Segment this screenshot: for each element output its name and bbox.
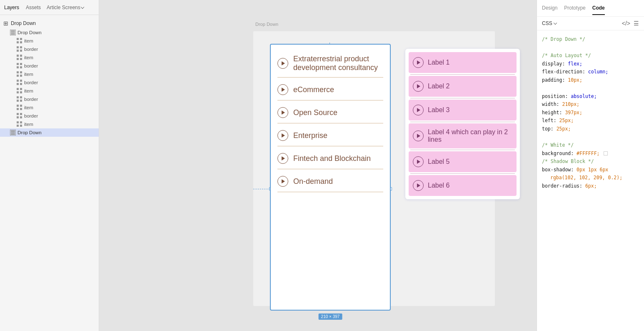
- label-item-5[interactable]: Label 6: [409, 175, 517, 196]
- play-icon-label-0: [413, 57, 424, 68]
- dropdown-item-2[interactable]: Open Source: [277, 100, 383, 123]
- label-text-5: Label 6: [428, 182, 450, 189]
- tree-sub-item[interactable]: item: [0, 70, 99, 78]
- tree-sub-item[interactable]: border: [0, 78, 99, 87]
- label-item-4[interactable]: Label 5: [409, 151, 517, 172]
- size-label: 210 × 397: [319, 313, 342, 320]
- dropdown-item-4[interactable]: Fintech and Blockchain: [277, 146, 383, 169]
- grid-icon: [17, 71, 22, 77]
- tree-item-dropdown-frame[interactable]: Drop Down: [0, 28, 99, 37]
- code-line-position: position: absolute;: [542, 93, 639, 101]
- label-item-0[interactable]: Label 1: [409, 52, 517, 73]
- play-icon-1: [277, 84, 288, 95]
- tab-layers[interactable]: Layers: [3, 3, 20, 12]
- tab-article-screens[interactable]: Article Screens: [47, 5, 84, 10]
- left-panel: Layers Assets Article Screens ⊞ Drop Dow…: [0, 0, 99, 331]
- label-text-3: Label 4 which can play in 2 lines: [428, 128, 512, 143]
- dropdown-item-3[interactable]: Enterprise: [277, 123, 383, 146]
- grid-icon: [17, 63, 22, 69]
- tree-sub-item[interactable]: border: [0, 62, 99, 70]
- play-icon-3: [277, 130, 288, 141]
- play-icon-label-5: [413, 180, 424, 191]
- dropdown-item-0[interactable]: Extraterrestrial product development con…: [277, 51, 383, 78]
- play-icon-label-4: [413, 156, 424, 167]
- code-comment-2: /* Auto Layout */: [542, 52, 639, 60]
- grid-icon: [17, 80, 22, 85]
- dropdown-item-label-4: Fintech and Blockchain: [293, 154, 371, 163]
- canvas-bg[interactable]: Extraterrestrial product development con…: [253, 31, 495, 306]
- tree-sub-item[interactable]: border: [0, 45, 99, 53]
- label-text-1: Label 2: [428, 83, 450, 90]
- labels-panel-component[interactable]: Label 1 Label 2 Label 3 La: [405, 49, 520, 199]
- menu-icon[interactable]: ☰: [634, 20, 639, 27]
- tree-sub-item[interactable]: border: [0, 112, 99, 120]
- css-dropdown[interactable]: CSS: [542, 20, 557, 26]
- code-line-shadow: box-shadow: 0px 1px 6px: [542, 166, 639, 174]
- label-divider: [410, 74, 515, 75]
- label-item-2[interactable]: Label 3: [409, 100, 517, 120]
- grid-icon: [17, 38, 22, 44]
- code-comment-white: /* White */: [542, 141, 639, 150]
- dropdown-item-label-3: Enterprise: [293, 131, 327, 140]
- code-line-shadow2: rgba(102, 102, 209, 0.2);: [542, 174, 639, 182]
- layer-tree: ⊞ Drop Down Drop Down item bo: [0, 15, 99, 140]
- code-comment-1: /* Drop Down */: [542, 35, 639, 44]
- label-text-2: Label 3: [428, 106, 450, 114]
- label-item-3[interactable]: Label 4 which can play in 2 lines: [409, 123, 517, 148]
- dropdown-item-5[interactable]: On-demand: [277, 169, 383, 192]
- canvas-frame-label: Drop Down: [255, 22, 278, 27]
- code-line-left: left: 25px;: [542, 117, 639, 125]
- play-triangle: [282, 110, 285, 115]
- play-icon-label-3: [413, 130, 424, 141]
- color-swatch: [604, 151, 608, 155]
- play-icon-2: [277, 107, 288, 118]
- dropdown-item-label-5: On-demand: [293, 177, 333, 186]
- tab-assets[interactable]: Assets: [25, 3, 42, 12]
- tab-design[interactable]: Design: [542, 2, 557, 15]
- code-toolbar: CSS </> ☰: [537, 17, 644, 30]
- dropdown-item-label-2: Open Source: [293, 108, 337, 117]
- tree-sub-item[interactable]: item: [0, 53, 99, 62]
- code-line-height: height: 397px;: [542, 109, 639, 117]
- code-line-width: width: 210px;: [542, 100, 639, 109]
- tab-code[interactable]: Code: [592, 2, 605, 15]
- play-icon-0: [277, 58, 288, 69]
- tab-prototype[interactable]: Prototype: [564, 2, 585, 15]
- code-comment-shadow: /* Shadow Block */: [542, 158, 639, 166]
- grid-icon: [17, 96, 22, 102]
- code-line-radius: border-radius: 6px;: [542, 182, 639, 191]
- play-icon-4: [277, 153, 288, 164]
- label-divider: [410, 173, 515, 174]
- tree-item-dropdown-selected[interactable]: Drop Down: [0, 128, 99, 137]
- label-text-4: Label 5: [428, 158, 450, 166]
- tree-sub-item[interactable]: item: [0, 87, 99, 95]
- dropdown-item-1[interactable]: eCommerce: [277, 78, 383, 100]
- label-item-1[interactable]: Label 2: [409, 76, 517, 97]
- play-triangle: [417, 108, 420, 112]
- plus-icon: ⊞: [3, 20, 8, 27]
- code-content: /* Drop Down */ /* Auto Layout */ displa…: [537, 30, 644, 331]
- play-icon-label-2: [413, 105, 424, 115]
- right-panel: Design Prototype Code CSS </> ☰ /* Drop …: [537, 0, 644, 331]
- tree-sub-item[interactable]: item: [0, 37, 99, 45]
- right-panel-header: Design Prototype Code: [537, 0, 644, 17]
- tree-sub-item[interactable]: item: [0, 103, 99, 112]
- dropdown-list-component[interactable]: Extraterrestrial product development con…: [270, 44, 391, 311]
- code-line-padding: padding: 10px;: [542, 76, 639, 85]
- play-triangle: [417, 84, 420, 88]
- css-label: CSS: [542, 20, 552, 26]
- play-triangle: [417, 160, 420, 164]
- grid-icon: [17, 88, 22, 94]
- tree-sub-item[interactable]: item: [0, 120, 99, 128]
- grid-icon: [17, 46, 22, 52]
- grid-icon: [17, 121, 22, 127]
- tree-sub-item[interactable]: border: [0, 95, 99, 103]
- code-line-flexdir: flex-direction: column;: [542, 68, 639, 76]
- frame-icon: [10, 30, 16, 35]
- code-brackets-icon[interactable]: </>: [622, 20, 630, 27]
- grid-icon: [17, 105, 22, 110]
- play-icon-label-1: [413, 81, 424, 92]
- chevron-down-icon: [81, 5, 84, 8]
- tree-root-item[interactable]: ⊞ Drop Down: [0, 18, 99, 28]
- panel-tabs: Layers Assets Article Screens: [0, 0, 99, 15]
